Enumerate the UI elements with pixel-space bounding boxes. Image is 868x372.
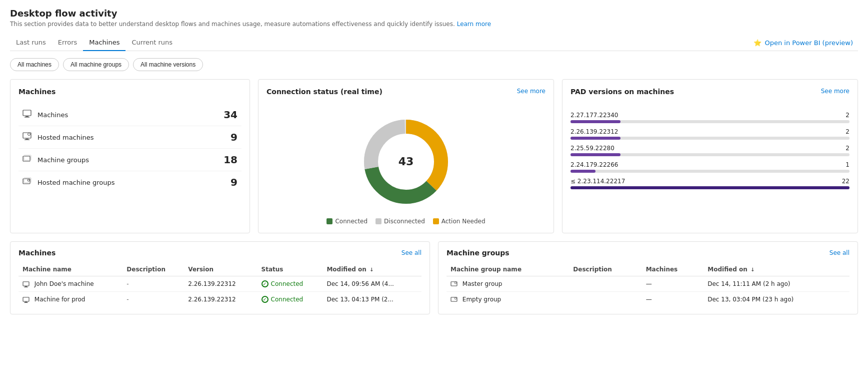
page-header: Desktop flow activity This section provi… (10, 8, 858, 28)
group-machines-cell: — (642, 276, 704, 292)
learn-more-link[interactable]: Learn more (457, 21, 491, 28)
col-group-modified: Modified on ↓ (704, 263, 850, 276)
svg-point-26 (454, 297, 456, 299)
machines-row: Machines 34 (18, 104, 242, 126)
connection-title: Connection status (real time) (266, 88, 382, 96)
machines-label: Machines (38, 111, 224, 119)
svg-point-24 (454, 282, 456, 284)
machines-table-title: Machines (18, 249, 56, 257)
cards-row: Machines Machines 34 Hosted machines 9 M… (10, 79, 858, 233)
row-group-icon (450, 280, 462, 287)
donut-legend: Connected Disconnected Action Needed (326, 218, 485, 225)
machine-icon (22, 110, 32, 120)
bottom-row: Machines See all Machine name Descriptio… (10, 241, 858, 314)
pad-row-3: 2.24.179.22266 1 (570, 161, 850, 173)
col-description: Description (122, 263, 184, 276)
pad-row-0: 2.27.177.22340 2 (570, 112, 850, 123)
hosted-machine-groups-row: Hosted machine groups 9 (18, 171, 242, 193)
page-title: Desktop flow activity (10, 8, 858, 19)
machines-table-card: Machines See all Machine name Descriptio… (10, 241, 430, 314)
machines-summary-card: Machines Machines 34 Hosted machines 9 M… (10, 79, 250, 233)
svg-point-6 (28, 133, 30, 136)
table-row: Empty group — Dec 13, 03:04 PM (23 h ago… (446, 292, 850, 307)
group-modified-cell: Dec 13, 03:04 PM (23 h ago) (704, 292, 850, 307)
machines-count: 34 (224, 109, 238, 121)
tab-current-runs[interactable]: Current runs (126, 35, 178, 51)
filter-all-machine-groups[interactable]: All machine groups (63, 58, 129, 71)
machine-groups-table-card: Machine groups See all Machine group nam… (438, 241, 858, 314)
status-cell: ✓ Connected (258, 276, 323, 292)
svg-point-11 (28, 179, 30, 181)
table-row: Master group — Dec 14, 11:11 AM (2 h ago… (446, 276, 850, 292)
connection-status-card: Connection status (real time) See more 4… (258, 79, 554, 233)
svg-text:43: 43 (398, 155, 414, 168)
hosted-machines-label: Hosted machines (38, 134, 230, 141)
version-cell: 2.26.139.22312 (184, 292, 257, 307)
donut-area: 43 Connected Disconnected Action Needed (266, 112, 546, 225)
pad-row-2: 2.25.59.22280 2 (570, 145, 850, 156)
row-machine-icon (22, 280, 34, 287)
col-status: Status (258, 263, 323, 276)
machines-table: Machine name Description Version Status … (18, 263, 422, 307)
description-cell: - (122, 292, 184, 307)
machine-name-cell: John Doe's machine (18, 276, 122, 292)
groups-see-all[interactable]: See all (830, 249, 850, 256)
machine-groups-count: 18 (224, 154, 238, 166)
legend-disconnected: Disconnected (376, 218, 425, 225)
tabs-bar: Last runs Errors Machines Current runs ⭐… (10, 35, 858, 51)
hosted-machines-count: 9 (230, 131, 238, 143)
machines-see-all[interactable]: See all (402, 249, 422, 256)
tab-last-runs[interactable]: Last runs (10, 35, 52, 51)
machines-card-title: Machines (18, 88, 242, 96)
page-subtitle: This section provides data to better und… (10, 21, 858, 28)
filter-all-machines[interactable]: All machines (10, 58, 59, 71)
hosted-machine-groups-icon (22, 177, 32, 187)
tab-machines[interactable]: Machines (83, 35, 126, 51)
pad-title: PAD versions on machines (570, 88, 674, 96)
connection-see-more[interactable]: See more (517, 88, 546, 95)
col-group-name: Machine group name (446, 263, 569, 276)
pad-header: PAD versions on machines See more (570, 88, 850, 104)
open-powerbi-button[interactable]: ⭐ Open in Power BI (preview) (748, 36, 858, 50)
pad-row-1: 2.26.139.22312 2 (570, 128, 850, 140)
groups-table-header: Machine groups See all (446, 249, 850, 257)
tab-errors[interactable]: Errors (52, 35, 83, 51)
legend-action-needed: Action Needed (433, 218, 486, 225)
modified-cell: Dec 13, 04:13 PM (2... (322, 292, 422, 307)
connected-dot (326, 218, 332, 224)
modified-cell: Dec 14, 09:56 AM (4... (322, 276, 422, 292)
machines-table-header: Machines See all (18, 249, 422, 257)
group-description-cell (569, 276, 642, 292)
groups-table: Machine group name Description Machines … (446, 263, 850, 307)
pad-row-4: ≤ 2.23.114.22217 22 (570, 178, 850, 189)
hosted-machine-groups-label: Hosted machine groups (38, 179, 230, 186)
version-cell: 2.26.139.22312 (184, 276, 257, 292)
connection-header: Connection status (real time) See more (266, 88, 546, 104)
machine-groups-icon (22, 155, 32, 165)
status-icon: ✓ (262, 296, 268, 303)
filter-row: All machines All machine groups All mach… (10, 58, 858, 71)
description-cell: - (122, 276, 184, 292)
col-version: Version (184, 263, 257, 276)
group-modified-cell: Dec 14, 11:11 AM (2 h ago) (704, 276, 850, 292)
table-row: Machine for prod - 2.26.139.22312 ✓ Conn… (18, 292, 422, 307)
group-name-cell: Empty group (446, 292, 569, 307)
donut-chart: 43 (356, 112, 456, 212)
col-machine-name: Machine name (18, 263, 122, 276)
groups-table-title: Machine groups (446, 249, 510, 257)
machine-groups-label: Machine groups (38, 156, 224, 164)
hosted-machine-groups-count: 9 (230, 176, 238, 188)
machine-name-cell: Machine for prod (18, 292, 122, 307)
disconnected-dot (376, 218, 382, 224)
group-machines-cell: — (642, 292, 704, 307)
hosted-machine-icon (22, 132, 32, 142)
sort-group-modified-icon: ↓ (750, 267, 754, 272)
filter-all-machine-versions[interactable]: All machine versions (133, 58, 203, 71)
svg-rect-4 (26, 139, 28, 140)
table-row: John Doe's machine - 2.26.139.22312 ✓ Co… (18, 276, 422, 292)
pad-see-more[interactable]: See more (821, 88, 850, 95)
col-group-machines: Machines (642, 263, 704, 276)
col-modified: Modified on ↓ (322, 263, 422, 276)
svg-rect-0 (23, 110, 31, 116)
row-group-icon (450, 296, 462, 303)
